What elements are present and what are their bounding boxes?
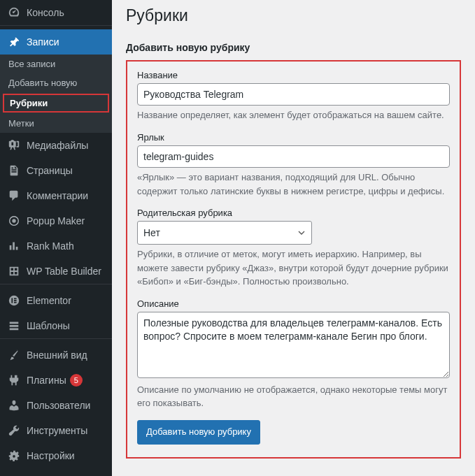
admin-sidebar: Консоль Записи Все записи Добавить новую… [0,0,112,476]
parent-description: Рубрики, в отличие от меток, могут иметь… [137,247,450,289]
menu-pages[interactable]: Страницы [0,158,112,183]
description-label: Описание [137,298,450,309]
menu-rank-math[interactable]: Rank Math [0,233,112,259]
menu-label: Инструменты [27,425,87,436]
settings-icon [7,449,21,463]
menu-label: Консоль [27,7,64,18]
menu-tools[interactable]: Инструменты [0,418,112,443]
slug-description: «Ярлык» — это вариант названия, подходящ… [137,171,450,198]
plugins-update-badge: 5 [70,374,83,387]
menu-appearance[interactable]: Внешний вид [0,342,112,368]
menu-label: WP Table Builder [27,266,101,277]
plugin-icon [7,373,21,387]
templates-icon [7,319,21,333]
pages-icon [7,164,21,178]
menu-settings[interactable]: Настройки [0,443,112,468]
menu-wp-table-builder[interactable]: WP Table Builder [0,259,112,284]
menu-label: Комментарии [27,190,88,201]
add-category-form: Название Название определяет, как элемен… [126,60,461,459]
tools-icon [7,424,21,438]
menu-posts[interactable]: Записи [0,29,112,55]
menu-label: Elementor [27,295,71,306]
svg-rect-4 [14,298,17,299]
comments-icon [7,189,21,203]
name-label: Название [137,70,450,80]
table-icon [7,264,21,278]
menu-console[interactable]: Консоль [0,0,112,26]
dashboard-icon [7,6,21,20]
menu-media[interactable]: Медиафайлы [0,133,112,158]
menu-popup-maker[interactable]: Popup Maker [0,208,112,233]
description-field: Описание Полезные руководства для владел… [137,298,450,410]
menu-plugins[interactable]: Плагины 5 [0,368,112,393]
menu-label: Шаблоны [27,320,70,331]
submenu-add-new[interactable]: Добавить новую [0,73,112,92]
menu-elementor[interactable]: Elementor [0,288,112,313]
menu-label: Внешний вид [27,349,87,361]
users-icon [7,398,21,412]
submenu-categories[interactable]: Рубрики [3,94,109,113]
popup-icon [7,214,21,228]
menu-label: Настройки [27,450,75,461]
page-title: Рубрики [126,0,461,28]
slug-label: Ярлык [137,132,450,143]
active-arrow-icon [112,36,118,48]
svg-rect-5 [14,300,17,301]
submenu-tags[interactable]: Метки [0,114,112,133]
menu-label: Rank Math [27,240,74,252]
menu-label: Медиафайлы [27,140,88,151]
posts-submenu: Все записи Добавить новую Рубрики Метки [0,55,112,133]
menu-users[interactable]: Пользователи [0,393,112,418]
svg-point-1 [12,219,15,222]
name-description: Название определяет, как элемент будет о… [137,108,450,122]
menu-label: Записи [27,36,59,48]
menu-comments[interactable]: Комментарии [0,183,112,208]
submit-button[interactable]: Добавить новую рубрику [137,420,260,445]
slug-input[interactable] [137,145,450,168]
description-description: Описание по умолчанию не отображается, о… [137,383,450,410]
parent-field: Родительская рубрика Нет Рубрики, в отли… [137,208,450,289]
menu-label: Плагины [27,375,66,386]
menu-templates[interactable]: Шаблоны [0,313,112,339]
svg-rect-3 [11,298,13,303]
slug-field: Ярлык «Ярлык» — это вариант названия, по… [137,132,450,198]
pin-icon [7,35,21,49]
parent-label: Родительская рубрика [137,208,450,218]
menu-label: Пользователи [27,400,90,411]
section-title: Добавить новую рубрику [126,42,461,53]
submenu-all-posts[interactable]: Все записи [0,55,112,73]
media-icon [7,138,21,152]
name-field: Название Название определяет, как элемен… [137,70,450,122]
elementor-icon [7,294,21,308]
svg-rect-6 [14,302,17,303]
name-input[interactable] [137,83,450,106]
description-textarea[interactable]: Полезные руководства для владельцев теле… [137,312,450,378]
menu-label: Страницы [27,165,73,176]
parent-select[interactable]: Нет [137,221,312,245]
menu-label: Popup Maker [27,215,85,226]
main-content: Рубрики Добавить новую рубрику Название … [112,0,475,476]
chart-icon [7,239,21,253]
brush-icon [7,348,21,362]
